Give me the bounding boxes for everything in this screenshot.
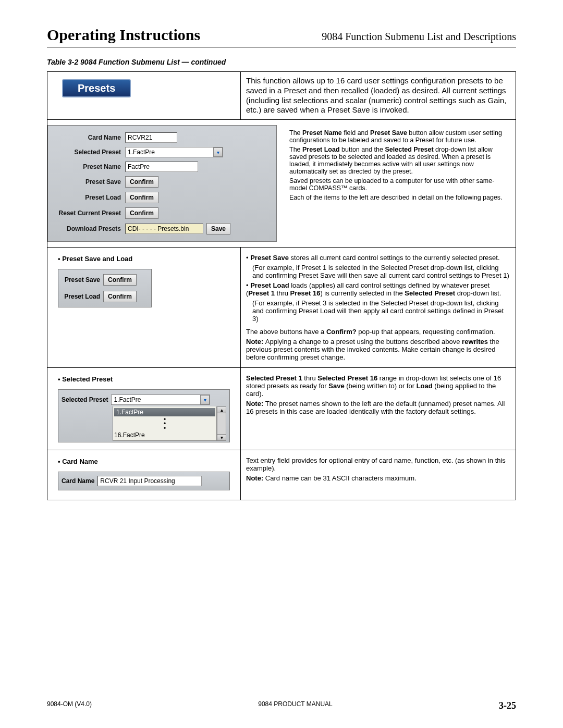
t: Applying a change to a preset using the … — [265, 338, 462, 346]
t: Note: — [246, 338, 265, 346]
t: The preset names shown to the left are t… — [246, 400, 505, 415]
sp-value: 1.FactPre — [112, 396, 200, 403]
card-name-example-input[interactable]: RCVR 21 Input Processing — [97, 476, 202, 486]
download-save-button[interactable]: Save — [206, 223, 230, 235]
t: (being written to) or for — [345, 382, 417, 390]
presets-description: This function allows up to 16 card user … — [246, 76, 510, 115]
ellipsis-icon: ••• — [114, 416, 215, 431]
preset-option-16[interactable]: 16.FactPre — [114, 431, 215, 439]
t: Selected Preset — [405, 289, 455, 297]
selected-preset-panel: Selected Preset 1.FactPre ▾ 1.FactPre ••… — [58, 389, 230, 442]
chevron-down-icon[interactable]: ▾ — [213, 147, 223, 157]
t: Confirm? — [326, 328, 357, 336]
t: Selected Preset 16 — [317, 374, 377, 382]
t: The — [289, 129, 302, 137]
t: Note: — [246, 400, 265, 408]
preset-name-input[interactable]: FactPre — [125, 162, 198, 172]
scroll-down-icon[interactable]: ▾ — [217, 434, 226, 441]
label-pl: Preset Load — [62, 293, 103, 300]
presets-panel: Card Name RCVR21 Selected Preset 1.FactP… — [47, 125, 277, 242]
t: stores all current card control settings… — [289, 254, 500, 262]
t: Selected Preset — [385, 146, 433, 153]
label-reset-current: Reset Current Preset — [52, 209, 125, 217]
t: Preset Load — [250, 281, 289, 289]
selected-preset-combobox[interactable]: 1.FactPre ▾ — [111, 394, 210, 405]
download-file-field: CDI- - - - - Presets.bin — [125, 224, 203, 234]
page-number: 3-25 — [499, 700, 516, 711]
preset-load-button[interactable]: Confirm — [103, 291, 137, 302]
chevron-down-icon[interactable]: ▾ — [200, 395, 210, 404]
t: Preset Name — [302, 129, 342, 137]
t: Preset Save — [370, 129, 407, 137]
t: Saved presets can be uploaded to a compu… — [289, 177, 510, 192]
label-sp: Selected Preset — [62, 396, 111, 403]
t: Text entry field provides for optional e… — [246, 456, 510, 472]
save-load-panel: Preset Save Confirm Preset Load Confirm — [58, 269, 152, 307]
t: rewrites — [462, 338, 488, 346]
t: (For example, if Preset 1 is selected in… — [246, 264, 510, 279]
reset-current-confirm-button[interactable]: Confirm — [125, 207, 158, 219]
t: Each of the items to the left are descri… — [289, 194, 510, 201]
label-download-presets: Download Presets — [52, 225, 125, 232]
t: thru — [275, 289, 290, 297]
t: (For example, if Preset 3 is selected in… — [246, 299, 510, 323]
t: Selected Preset 1 — [246, 374, 302, 382]
footer: 9084-OM (V4.0) 3-25 9084 PRODUCT MANUAL — [47, 700, 516, 711]
heading-preset-save-load: • Preset Save and Load — [58, 255, 230, 263]
t: Preset 16 — [290, 289, 321, 297]
t: Save — [328, 382, 344, 390]
t: Preset 1 — [248, 289, 275, 297]
label-card-name: Card Name — [52, 134, 125, 141]
t: • — [246, 281, 250, 289]
selected-preset-value: 1.FactPre — [126, 149, 213, 156]
page-title: Operating Instructions — [47, 26, 200, 44]
card-name-panel: Card Name RCVR 21 Input Processing — [58, 472, 230, 490]
t: Preset Load — [302, 146, 340, 153]
scroll-up-icon[interactable]: ▴ — [217, 406, 226, 413]
table-caption: Table 3-2 9084 Function Submenu List — c… — [47, 58, 516, 66]
t: Load — [417, 382, 433, 390]
t: Card name can be 31 ASCII characters max… — [265, 474, 417, 482]
presets-tab: Presets — [62, 79, 131, 97]
label-preset-name: Preset Name — [52, 163, 125, 170]
section-title: 9084 Function Submenu List and Descripti… — [322, 31, 516, 43]
label-selected-preset: Selected Preset — [52, 149, 125, 156]
t: thru — [302, 374, 318, 382]
footer-center: 9084 PRODUCT MANUAL — [47, 700, 516, 708]
t: drop-down list. — [455, 289, 501, 297]
label-cn: Card Name — [62, 477, 97, 485]
heading-selected-preset: • Selected Preset — [58, 375, 230, 383]
t: The — [289, 146, 302, 153]
preset-option-1[interactable]: 1.FactPre — [114, 408, 215, 416]
preset-save-confirm-button[interactable]: Confirm — [125, 176, 158, 188]
presets-side-text: The Preset Name field and Preset Save bu… — [277, 120, 516, 247]
label-ps: Preset Save — [62, 276, 103, 283]
preset-save-button[interactable]: Confirm — [103, 274, 137, 286]
footer-left: 9084-OM (V4.0) — [47, 700, 92, 708]
label-preset-save: Preset Save — [52, 178, 125, 186]
t: Note: — [246, 474, 265, 482]
heading-card-name: • Card Name — [58, 458, 230, 465]
t: The above buttons have a — [246, 328, 326, 336]
t: • — [246, 254, 250, 262]
t: pop-up that appears, requesting confirma… — [357, 328, 495, 336]
preset-load-confirm-button[interactable]: Confirm — [125, 192, 158, 203]
selected-preset-dropdown[interactable]: 1.FactPre ▾ — [125, 147, 223, 157]
t: Preset Save — [250, 254, 289, 262]
t: ) is currently selected in the — [320, 289, 405, 297]
divider — [47, 47, 516, 47]
card-name-input[interactable]: RCVR21 — [125, 132, 177, 143]
t: field and — [342, 129, 370, 137]
submenu-table: Presets This function allows up to 16 ca… — [47, 71, 516, 500]
t: button and the — [340, 146, 385, 153]
label-preset-load: Preset Load — [52, 194, 125, 201]
